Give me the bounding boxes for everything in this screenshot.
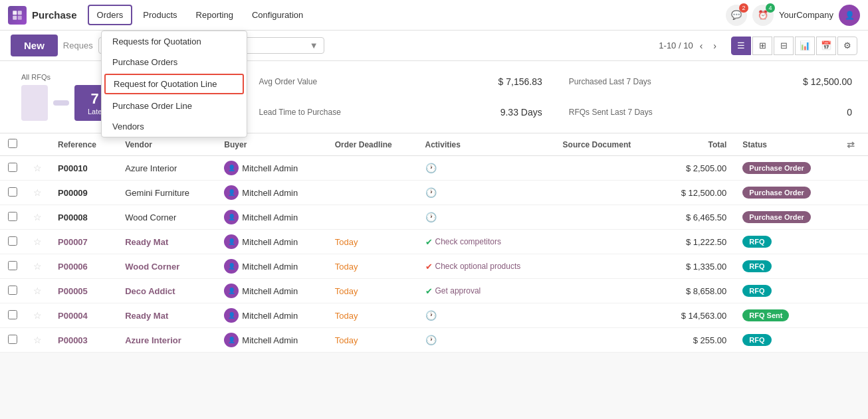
- prev-page-button[interactable]: ‹: [696, 39, 707, 52]
- row-star-cell: ☆: [25, 254, 50, 279]
- search-dropdown-icon[interactable]: ▼: [310, 41, 318, 50]
- activity-link[interactable]: Get approval: [435, 286, 481, 295]
- star-icon[interactable]: ☆: [33, 236, 42, 247]
- star-icon[interactable]: ☆: [33, 335, 42, 345]
- dropdown-item-po[interactable]: Purchase Orders: [102, 52, 247, 72]
- row-vendor-cell: Ready Mat: [117, 230, 216, 254]
- row-star-cell: ☆: [25, 328, 50, 353]
- row-activity-cell: 🕐: [417, 181, 555, 205]
- new-button[interactable]: New: [11, 35, 58, 56]
- row-checkbox[interactable]: [8, 236, 17, 246]
- user-avatar[interactable]: 👤: [839, 5, 860, 26]
- view-table-button[interactable]: ⊟: [774, 37, 794, 55]
- reference-link[interactable]: P00006: [58, 262, 88, 272]
- row-checkbox[interactable]: [8, 310, 17, 319]
- dropdown-item-po-line[interactable]: Purchase Order Line: [102, 96, 247, 116]
- stat-waiting[interactable]: [53, 100, 69, 106]
- notif-badge-2: 4: [766, 3, 775, 13]
- col-header-source-doc: Source Document: [555, 133, 659, 156]
- activity-clock-icon: 🕐: [425, 187, 437, 198]
- reference-text: P00010: [58, 163, 88, 173]
- star-icon[interactable]: ☆: [33, 261, 42, 272]
- row-extra-cell: [839, 230, 868, 254]
- stat-todo[interactable]: [21, 85, 48, 121]
- next-page-button[interactable]: ›: [709, 39, 720, 52]
- row-extra-cell: [839, 205, 868, 230]
- row-buyer-cell: 👤 Mitchell Admin: [216, 328, 326, 353]
- row-deadline-cell: Today: [327, 279, 417, 303]
- view-list-button[interactable]: ☰: [731, 37, 751, 55]
- row-checkbox[interactable]: [8, 286, 17, 295]
- notification-btn-1[interactable]: 💬 2: [726, 5, 747, 26]
- buyer-avatar: 👤: [224, 284, 239, 298]
- column-adjust-icon[interactable]: ⇄: [847, 139, 855, 150]
- row-vendor-cell: Wood Corner: [117, 205, 216, 230]
- buyer-name: Mitchell Admin: [242, 286, 298, 296]
- table-row: ☆ P00003 Azure Interior 👤 Mitchell Admin…: [0, 328, 868, 353]
- view-calendar-button[interactable]: 📅: [816, 37, 836, 55]
- row-deadline-cell: Today: [327, 254, 417, 279]
- row-total-cell: $ 14,563.00: [659, 303, 734, 328]
- vendor-link[interactable]: Wood Corner: [125, 262, 179, 272]
- vendor-link[interactable]: Ready Mat: [125, 237, 168, 247]
- star-icon[interactable]: ☆: [33, 286, 42, 296]
- star-icon[interactable]: ☆: [33, 212, 42, 222]
- table-row: ☆ P00006 Wood Corner 👤 Mitchell Admin To…: [0, 254, 868, 279]
- buyer-name: Mitchell Admin: [242, 311, 298, 321]
- row-source-doc-cell: [555, 303, 659, 328]
- star-icon[interactable]: ☆: [33, 163, 42, 173]
- vendor-link[interactable]: Azure Interior: [125, 335, 181, 345]
- nav-products[interactable]: Products: [135, 6, 185, 24]
- row-source-doc-cell: [555, 328, 659, 353]
- row-checkbox[interactable]: [8, 163, 17, 172]
- view-settings-button[interactable]: ⚙: [837, 37, 857, 55]
- view-kanban-button[interactable]: ⊞: [752, 37, 772, 55]
- nav-configuration[interactable]: Configuration: [244, 6, 311, 24]
- nav-orders[interactable]: Orders: [88, 5, 133, 25]
- vendor-link[interactable]: Ready Mat: [125, 311, 168, 321]
- vendor-link[interactable]: Deco Addict: [125, 286, 175, 296]
- svg-rect-2: [13, 15, 17, 19]
- star-icon[interactable]: ☆: [33, 187, 42, 198]
- row-checkbox-cell: [0, 279, 25, 303]
- table-row: ☆ P00004 Ready Mat 👤 Mitchell Admin Toda…: [0, 303, 868, 328]
- activity-check-red-icon: ✔: [425, 262, 433, 272]
- row-checkbox[interactable]: [8, 261, 17, 270]
- dropdown-item-vendors[interactable]: Vendors: [102, 116, 247, 137]
- breadcrumb: Reques: [63, 41, 93, 50]
- notification-btn-2[interactable]: ⏰ 4: [752, 5, 774, 26]
- row-deadline-cell: [327, 205, 417, 230]
- row-checkbox[interactable]: [8, 212, 17, 221]
- row-source-doc-cell: [555, 230, 659, 254]
- dropdown-item-rfq[interactable]: Requests for Quotation: [102, 31, 247, 52]
- view-chart-button[interactable]: 📊: [795, 37, 815, 55]
- reference-link[interactable]: P00003: [58, 335, 88, 345]
- row-reference-cell: P00006: [50, 254, 117, 279]
- row-deadline-cell: Today: [327, 230, 417, 254]
- star-icon[interactable]: ☆: [33, 310, 42, 321]
- deadline-today: Today: [335, 237, 358, 247]
- activity-link[interactable]: Check competitors: [435, 237, 501, 246]
- vendor-text: Gemini Furniture: [125, 188, 189, 198]
- deadline-today: Today: [335, 335, 358, 345]
- row-checkbox-cell: [0, 254, 25, 279]
- nav-reporting[interactable]: Reporting: [188, 6, 241, 24]
- activity-link[interactable]: Check optional products: [435, 262, 521, 271]
- notif-badge-1: 2: [739, 3, 748, 13]
- row-activity-cell: 🕐: [417, 205, 555, 230]
- col-header-adjust: ⇄: [839, 133, 868, 156]
- row-status-cell: RFQ: [734, 279, 838, 303]
- row-checkbox-cell: [0, 328, 25, 353]
- row-total-cell: $ 12,500.00: [659, 181, 734, 205]
- row-buyer-cell: 👤 Mitchell Admin: [216, 181, 326, 205]
- vendor-text: Wood Corner: [125, 212, 176, 222]
- dropdown-item-rfq-line[interactable]: Request for Quotation Line: [104, 74, 244, 94]
- orders-table: Reference Vendor Buyer Order Deadline Ac…: [0, 133, 868, 353]
- reference-link[interactable]: P00005: [58, 286, 88, 296]
- select-all-checkbox[interactable]: [8, 139, 17, 148]
- reference-link[interactable]: P00004: [58, 311, 88, 321]
- reference-link[interactable]: P00007: [58, 237, 88, 247]
- row-checkbox[interactable]: [8, 187, 17, 197]
- buyer-avatar: 👤: [224, 333, 239, 347]
- row-checkbox[interactable]: [8, 335, 17, 344]
